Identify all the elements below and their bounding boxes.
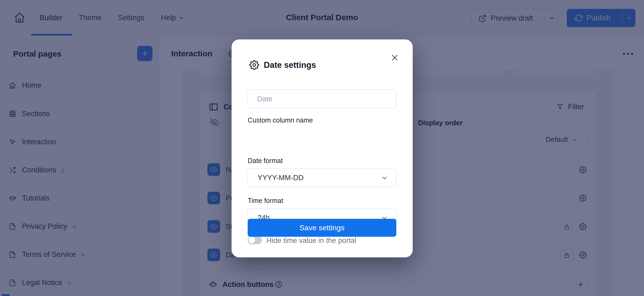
date-format-value: YYYY-MM-DD (258, 174, 304, 182)
close-icon[interactable] (391, 54, 399, 62)
date-format-select[interactable]: YYYY-MM-DD (248, 169, 396, 187)
toggle-knob (248, 237, 255, 243)
chevron-down-icon (381, 175, 388, 182)
builder-screen: Builder Theme Settings Help Client Porta… (0, 0, 644, 296)
date-settings-modal: Date settings Custom column name Date fo… (232, 39, 413, 257)
hide-time-toggle[interactable] (248, 236, 262, 244)
modal-title: Date settings (264, 60, 316, 70)
gear-icon (249, 60, 259, 70)
custom-column-name-input[interactable] (248, 90, 396, 108)
hide-time-label: Hide time value in the portal (266, 236, 356, 245)
save-settings-button[interactable]: Save settings (248, 219, 396, 237)
date-format-label: Date format (248, 157, 283, 165)
custom-column-name-label: Custom column name (248, 116, 313, 124)
time-format-label: Time format (248, 197, 283, 205)
